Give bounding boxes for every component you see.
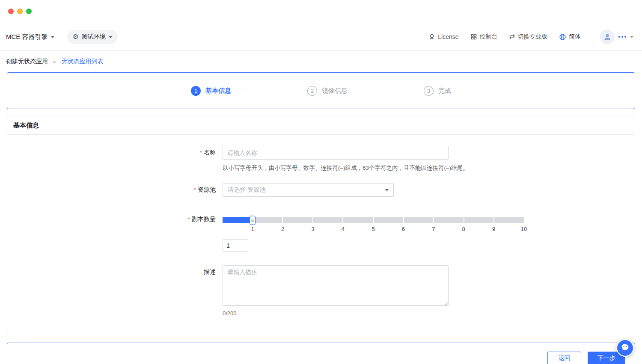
slider-segment [343, 217, 373, 223]
step-connector [238, 91, 301, 91]
close-window-button[interactable] [8, 9, 14, 14]
minimize-window-button[interactable] [17, 9, 23, 14]
description-row: 描述 0/200 [7, 265, 635, 317]
console-button[interactable]: 控制台 [470, 33, 498, 41]
basic-info-card: 基本信息 *名称 以小写字母开头，由小写字母、数字、连接符(–)组成，63个字符… [7, 116, 635, 333]
grip-icon [251, 219, 254, 222]
breadcrumb-back-link[interactable]: 无状态应用列表 [62, 58, 104, 65]
name-help-text: 以小写字母开头，由小写字母、数字、连接符(–)组成，63个字符之内，且不能以连接… [223, 164, 469, 172]
chevron-down-icon [51, 36, 54, 38]
tick-label: 7 [432, 226, 435, 232]
fullscreen-window-button[interactable] [26, 9, 32, 14]
step-number: 1 [191, 86, 201, 96]
replicas-label: *副本数量 [7, 208, 216, 223]
license-icon [428, 33, 435, 40]
card-title: 基本信息 [7, 116, 635, 135]
gear-icon: ⚙ [73, 33, 79, 40]
language-button[interactable]: 简体 [559, 33, 581, 41]
license-label: License [438, 33, 458, 40]
slider-segment [404, 217, 434, 223]
chevron-down-icon [109, 36, 112, 38]
resource-pool-label-text: 资源池 [198, 186, 216, 193]
required-mark: * [188, 216, 190, 222]
chat-bubble-icon [621, 343, 630, 353]
step-finish: 3 完成 [424, 86, 451, 96]
tick-label: 9 [492, 226, 495, 232]
swap-arrows-icon: ⇄ [509, 33, 515, 40]
step-label: 完成 [438, 87, 451, 95]
replicas-label-text: 副本数量 [192, 216, 216, 222]
resource-pool-row: *资源池 请选择 资源池 [7, 183, 635, 197]
resource-pool-select[interactable]: 请选择 资源池 [223, 183, 394, 197]
name-row: *名称 以小写字母开头，由小写字母、数字、连接符(–)组成，63个字符之内，且不… [7, 146, 635, 172]
resource-pool-label: *资源池 [7, 183, 216, 194]
chevron-down-icon [630, 36, 633, 38]
app-window: MCE 容器引擎 ⚙ 测试环境 License [0, 0, 642, 364]
name-label-text: 名称 [204, 149, 216, 156]
replicas-number-input[interactable] [223, 239, 248, 252]
required-mark: * [200, 149, 202, 156]
tick-label: 6 [402, 226, 405, 232]
account-more-icon [618, 36, 626, 38]
language-label: 简体 [569, 33, 581, 41]
tick-label: 2 [281, 226, 284, 232]
required-mark: * [194, 186, 196, 193]
replicas-slider[interactable] [223, 217, 524, 223]
product-name: MCE 容器引擎 [6, 33, 48, 41]
slider-segment [283, 217, 312, 223]
license-button[interactable]: License [428, 33, 458, 40]
switch-pro-button[interactable]: ⇄ 切换专业版 [509, 33, 547, 41]
slider-ticks: 1 2 3 4 5 6 7 8 9 10 [223, 225, 524, 233]
slider-segment [494, 217, 524, 223]
step-image-info: 2 镜像信息 [307, 86, 348, 96]
switch-pro-label: 切换专业版 [517, 33, 547, 41]
slider-handle[interactable] [250, 216, 256, 225]
support-chat-button[interactable] [616, 339, 634, 357]
slider-segment [253, 217, 282, 223]
tick-label: 1 [251, 226, 254, 232]
description-textarea[interactable] [223, 265, 449, 306]
slider-segment [434, 217, 464, 223]
titlebar [0, 0, 642, 23]
description-char-counter: 0/200 [223, 310, 449, 317]
breadcrumb-current: 创建无状态应用 [6, 58, 48, 65]
name-label: *名称 [7, 146, 216, 157]
console-grid-icon [470, 33, 477, 40]
step-label: 镜像信息 [322, 87, 348, 95]
description-label-text: 描述 [204, 268, 216, 275]
step-connector [354, 91, 417, 91]
globe-icon [559, 33, 566, 41]
avatar [600, 30, 615, 44]
environment-selector[interactable]: ⚙ 测试环境 [67, 30, 118, 44]
name-input[interactable] [223, 146, 449, 160]
top-navbar: MCE 容器引擎 ⚙ 测试环境 License [0, 23, 642, 51]
back-button[interactable]: 返回 [547, 352, 581, 364]
breadcrumb-separator: < [53, 59, 56, 65]
step-label: 基本信息 [205, 87, 231, 95]
step-number: 2 [307, 86, 317, 96]
tick-label: 4 [342, 226, 345, 232]
tick-label: 8 [462, 226, 465, 232]
breadcrumb: 创建无状态应用 < 无状态应用列表 [0, 51, 642, 70]
tick-label: 3 [312, 226, 315, 232]
stepper: 1 基本信息 2 镜像信息 3 完成 [7, 72, 635, 109]
slider-segment [374, 217, 403, 223]
slider-segment [223, 217, 252, 223]
slider-segment [464, 217, 494, 223]
slider-segment [313, 217, 343, 223]
resource-pool-placeholder: 请选择 资源池 [228, 186, 265, 194]
tick-label: 10 [521, 226, 527, 232]
step-basic-info: 1 基本信息 [191, 86, 231, 96]
console-label: 控制台 [480, 33, 498, 41]
tick-label: 5 [372, 226, 374, 232]
replicas-row: *副本数量 [7, 208, 635, 252]
account-menu[interactable] [592, 23, 642, 50]
description-label: 描述 [7, 265, 216, 276]
footer-action-bar: 返回 下一步 [7, 343, 635, 364]
product-menu[interactable]: MCE 容器引擎 [6, 33, 54, 41]
step-number: 3 [424, 86, 434, 96]
environment-label: 测试环境 [82, 33, 106, 41]
chevron-down-icon [385, 189, 389, 191]
